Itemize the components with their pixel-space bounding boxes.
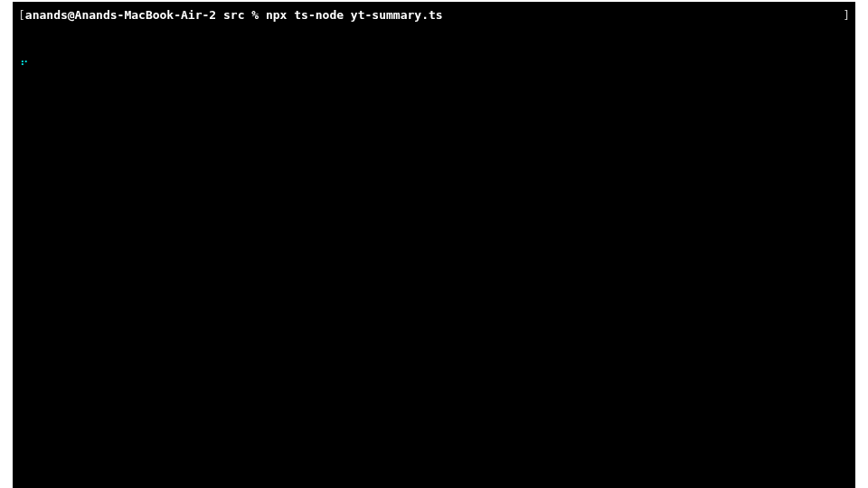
- prompt-user-host: anands@Anands-MacBook-Air-2: [25, 7, 216, 23]
- loading-spinner-icon: ⠋: [20, 58, 29, 74]
- terminal-window[interactable]: [ anands@Anands-MacBook-Air-2 src % npx …: [13, 2, 855, 488]
- prompt-line: [ anands@Anands-MacBook-Air-2 src % npx …: [18, 7, 850, 23]
- prompt-command: npx ts-node yt-summary.ts: [266, 7, 443, 23]
- prompt-directory: src: [223, 7, 244, 23]
- prompt-open-bracket: [: [18, 7, 25, 23]
- spinner-line: ⠋: [18, 58, 850, 74]
- prompt-symbol: %: [251, 7, 259, 23]
- prompt-close-bracket: ]: [843, 7, 850, 23]
